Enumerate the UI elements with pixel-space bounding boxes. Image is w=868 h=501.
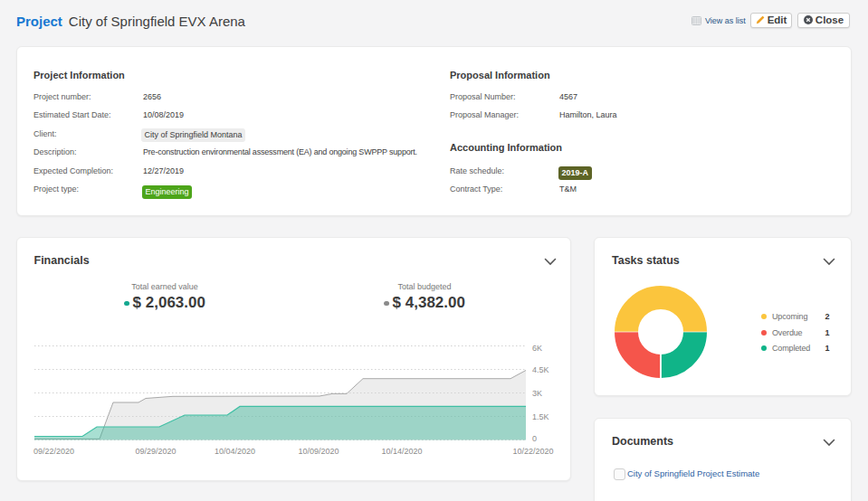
svg-text:6K: 6K — [532, 344, 542, 353]
svg-text:1.5K: 1.5K — [532, 412, 549, 421]
svg-text:0: 0 — [532, 434, 537, 443]
svg-text:4.5K: 4.5K — [532, 365, 549, 374]
svg-text:3K: 3K — [532, 389, 542, 398]
